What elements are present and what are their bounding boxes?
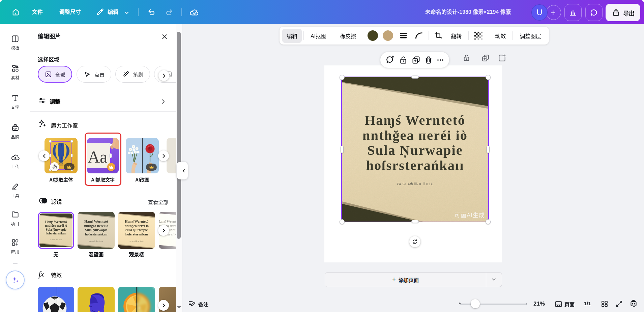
svg-text:Aa: Aa [88,147,107,166]
svg-text:co: co [13,127,17,130]
